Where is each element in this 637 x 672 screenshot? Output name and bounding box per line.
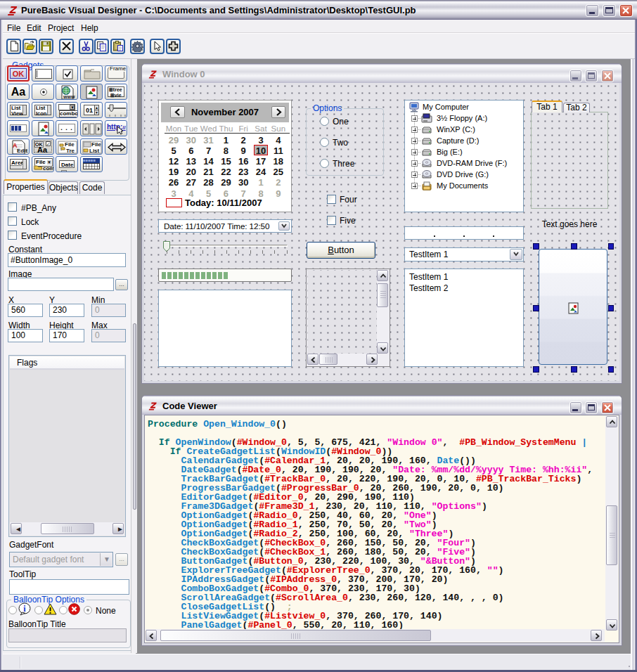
svg-text:File: File (65, 141, 75, 148)
svg-text:Edit: Edit (17, 148, 27, 154)
svg-text:List: List (89, 148, 100, 154)
svg-text:File: File (91, 141, 101, 148)
svg-text:comb: comb (43, 165, 54, 171)
svg-text:Tre: Tre (66, 148, 75, 154)
svg-text:www: www (63, 94, 75, 99)
